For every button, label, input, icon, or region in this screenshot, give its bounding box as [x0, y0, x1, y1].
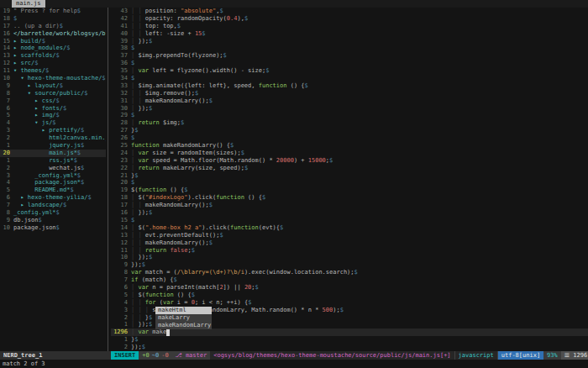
- line-text: var match = (/\blarry=(\d+)?\b/i).exec(w…: [131, 269, 358, 276]
- tree-item[interactable]: 20 main.js*$: [0, 150, 106, 157]
- tree-item[interactable]: 14▸ node_modules/$: [0, 45, 106, 52]
- line-number: 36: [111, 60, 131, 67]
- code-line[interactable]: 15$: [111, 217, 588, 224]
- code-line[interactable]: 41│ │ top: top,$: [111, 23, 588, 30]
- code-line[interactable]: 35│ var left = flyzone().width() - size;…: [111, 67, 588, 75]
- code-line[interactable]: 27}$: [111, 127, 588, 134]
- tree-item[interactable]: 17.. (up a dir)$: [0, 23, 106, 30]
- code-line[interactable]: 31│ │ makeRandomLarry();$: [111, 97, 588, 105]
- code-line[interactable]: 13│ │ evt.preventDefault();$: [111, 232, 588, 239]
- tree-item[interactable]: 10 ▾ hexo-theme-moustache/$: [0, 75, 106, 82]
- tree-item[interactable]: 1 jquery.js$: [0, 142, 106, 150]
- line-text: $: [131, 45, 134, 52]
- tree-item[interactable]: 15▸ build/$: [0, 38, 106, 45]
- code-line[interactable]: 9});$: [111, 261, 588, 269]
- line-number: 39: [111, 38, 131, 45]
- code-line[interactable]: 39│ });$: [111, 38, 588, 45]
- tree-item[interactable]: 11▾ themes/$: [0, 67, 106, 75]
- code-line[interactable]: 10│ });$: [111, 254, 588, 261]
- line-number: 30: [111, 105, 131, 113]
- tree-item[interactable]: 5 README.md*$: [0, 187, 106, 194]
- code-line[interactable]: 43│ │ position: "absolute",$: [111, 8, 588, 15]
- code-line[interactable]: 34$: [111, 75, 588, 82]
- tree-item[interactable]: 2 html2canvas.min.j: [0, 134, 106, 142]
- tree-item[interactable]: 6 ▸ fonts/$: [0, 105, 106, 113]
- code-line[interactable]: 2});$: [111, 344, 588, 351]
- completion-item[interactable]: makeLarry: [155, 314, 212, 322]
- code-line[interactable]: 37│ $img.prependTo(flyzone);$: [111, 52, 588, 60]
- code-line[interactable]: 12│ │ makeRandomLarry();$: [111, 239, 588, 247]
- code-line[interactable]: 40│ │ left: -size + 15$: [111, 30, 588, 38]
- buffer-tab[interactable]: main.js: [12, 0, 45, 8]
- code-line[interactable]: 1}$: [111, 336, 588, 344]
- code-line[interactable]: 1296│ var make: [111, 329, 588, 336]
- code-line[interactable]: 6│ var n = parseInt(match[2]) || 20;$: [111, 284, 588, 292]
- code-line[interactable]: 29$: [111, 112, 588, 119]
- line-number: 42: [111, 15, 131, 23]
- code-line[interactable]: 17│ │ makeRandomLarry();$: [111, 202, 588, 209]
- line-number: 2: [111, 314, 131, 322]
- tree-item[interactable]: 7 ▸ css/$: [0, 97, 106, 105]
- line-text: db.json$: [13, 217, 42, 224]
- code-line[interactable]: 30│ });$: [111, 105, 588, 113]
- line-text: }$: [131, 127, 138, 134]
- line-text: │ });$: [131, 38, 152, 45]
- line-text: ▾ source/public/$: [13, 90, 88, 97]
- code-line[interactable]: 7if (match) {$: [111, 276, 588, 284]
- line-number: 10: [0, 224, 13, 232]
- code-line[interactable]: 33│ $img.animate({left: left}, speed, fu…: [111, 82, 588, 90]
- tree-item[interactable]: 18$: [0, 15, 106, 23]
- tree-item[interactable]: 1 rss.js*$: [0, 157, 106, 165]
- line-number: 7: [0, 202, 13, 209]
- line-text: │ │ left: -size + 15$: [131, 30, 206, 38]
- tree-item[interactable]: 2 wechat.js$: [0, 165, 106, 172]
- tree-item[interactable]: 3 ▸ prettify/$: [0, 127, 106, 134]
- tree-item[interactable]: 12▸ src/$: [0, 60, 106, 67]
- tree-item[interactable]: 5 ▸ img/$: [0, 112, 106, 119]
- code-line[interactable]: 11│ │ return false;$: [111, 247, 588, 255]
- tree-item[interactable]: 8_config.yml*$: [0, 209, 106, 217]
- line-text: $: [131, 60, 134, 67]
- code-line[interactable]: 32│ │ $img.remove();$: [111, 90, 588, 97]
- tree-item[interactable]: 19" Press ? for help$: [0, 8, 106, 15]
- code-line[interactable]: 38$: [111, 45, 588, 52]
- line-text: ▾ themes/$: [13, 67, 49, 75]
- line-text: │ $img.animate({left: left}, speed, func…: [131, 82, 308, 90]
- code-line[interactable]: 19$(function () {$: [111, 187, 588, 194]
- tree-item[interactable]: 9 ▸ layout/$: [0, 82, 106, 90]
- tree-item[interactable]: 13▸ scaffolds/$: [0, 52, 106, 60]
- code-line[interactable]: 28│ return $img;$: [111, 119, 588, 127]
- tree-item[interactable]: 9db.json$: [0, 217, 106, 224]
- code-line[interactable]: 14│ $(".home-box h2 a").click(function(e…: [111, 224, 588, 232]
- tree-item[interactable]: 7 ▸ landscape/$: [0, 202, 106, 209]
- code-line[interactable]: 18│ $("#indexLogo").click(function () {$: [111, 194, 588, 202]
- line-text: │ var n = parseInt(match[2]) || 20;$: [131, 284, 259, 292]
- code-line[interactable]: 36$: [111, 60, 588, 67]
- code-line[interactable]: 42│ │ opacity: randomOpacity(0.4),$: [111, 15, 588, 23]
- tree-item[interactable]: 4 ▾ js/$: [0, 119, 106, 127]
- code-line[interactable]: 8var match = (/\blarry=(\d+)?\b/i).exec(…: [111, 269, 588, 276]
- code-line[interactable]: 4│ │ for (var i = 0; i < n; ++i) {$: [111, 299, 588, 307]
- tabline: main.js: [0, 0, 588, 8]
- line-text: .. (up a dir)$: [13, 23, 63, 30]
- completion-item[interactable]: makeRandomLarry: [155, 322, 212, 329]
- tree-item[interactable]: 16</barretlee/work/blogsys/bl: [0, 30, 106, 38]
- code-line[interactable]: 26$: [111, 134, 588, 142]
- tree-item[interactable]: 6 ▸ hexo-theme-yilia/$: [0, 194, 106, 202]
- code-line[interactable]: 16│ });$: [111, 209, 588, 217]
- line-number: 4: [111, 299, 131, 307]
- tree-item[interactable]: 10package.json$: [0, 224, 106, 232]
- line-text: ▾ hexo-theme-moustache/$: [13, 75, 106, 82]
- code-line[interactable]: 21}$: [111, 172, 588, 180]
- tree-item[interactable]: 8 ▾ source/public/$: [0, 90, 106, 97]
- tree-item[interactable]: 3 _config.yml*$: [0, 172, 106, 180]
- code-line[interactable]: 22│ return makeLarry(size, speed);$: [111, 165, 588, 172]
- code-line[interactable]: 25function makeRandomLarry() {$: [111, 142, 588, 150]
- line-number: 41: [111, 23, 131, 30]
- tree-item[interactable]: 4 package.json*$: [0, 179, 106, 187]
- code-line[interactable]: 23│ var speed = Math.floor(Math.random()…: [111, 157, 588, 165]
- code-line[interactable]: 20$: [111, 179, 588, 187]
- code-line[interactable]: 24│ var size = randomItem(sizes);$: [111, 150, 588, 157]
- completion-item[interactable]: makeHtml: [155, 307, 212, 314]
- code-line[interactable]: 5│ $(function () {$: [111, 292, 588, 299]
